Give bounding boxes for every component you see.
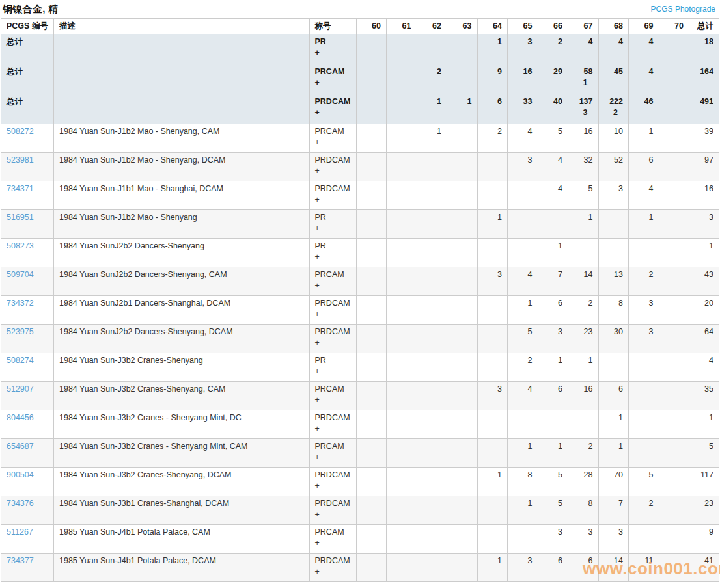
grade-63-count <box>447 153 478 181</box>
grade-66-count: 3 <box>538 325 568 353</box>
grade-64-count: 3 <box>477 267 508 296</box>
grade-67-count: 16 <box>568 382 599 410</box>
pcgs-number-cell: 523975 <box>1 325 54 353</box>
grade-62-count: 2 <box>417 64 447 94</box>
grade-60-count <box>356 239 387 267</box>
grade-61-count <box>387 296 417 325</box>
grade-63-count: 1 <box>447 94 478 124</box>
grade-65-count: 1 <box>508 496 538 525</box>
pcgs-number-link[interactable]: 523975 <box>7 327 34 336</box>
designation-cell: PRDCAM+ <box>309 181 356 210</box>
pcgs-number-link[interactable]: 509704 <box>7 270 34 279</box>
pcgs-number-link[interactable]: 511267 <box>7 528 33 537</box>
coin-description <box>54 64 310 94</box>
grade-70-count <box>659 353 689 382</box>
designation-cell: PRDCAM+ <box>309 325 356 353</box>
pcgs-number-link[interactable]: 516951 <box>7 213 34 222</box>
grade-67-count: 6 <box>568 554 599 582</box>
grade-66-count: 40 <box>538 94 568 124</box>
grade-63-count <box>447 239 478 267</box>
grade-70-count <box>659 554 689 582</box>
grade-68-count: 52 <box>598 153 629 181</box>
grade-69-count: 46 <box>629 94 659 124</box>
grade-69-count: 6 <box>629 153 659 181</box>
grade-66-count: 4 <box>538 181 568 210</box>
grade-64-count: 6 <box>477 94 508 124</box>
grade-63-count <box>447 325 478 353</box>
grade-68-count: 6 <box>598 382 629 410</box>
coin-description: 1984 Yuan Sun-J1b2 Mao - Shenyang, CAM <box>54 124 310 153</box>
pcgs-number-link[interactable]: 508273 <box>7 241 34 250</box>
grade-66-count: 7 <box>538 267 568 296</box>
grade-67-count: 28 <box>568 468 599 496</box>
row-total: 39 <box>689 124 719 153</box>
grade-65-count: 8 <box>508 468 538 496</box>
col-header-grade-62: 62 <box>417 19 447 34</box>
col-header-grade-68: 68 <box>598 19 629 34</box>
designation-cell: PR+ <box>309 34 356 64</box>
grade-66-count: 6 <box>538 296 568 325</box>
grade-66-count: 5 <box>538 496 568 525</box>
pcgs-number-link[interactable]: 734372 <box>7 299 34 308</box>
row-total: 5 <box>689 439 719 468</box>
coin-description: 1984 Yuan Sun-J3b1 Cranes-Shanghai, DCAM <box>54 496 310 525</box>
grade-61-count <box>387 153 417 181</box>
grade-69-count <box>629 410 659 439</box>
grade-60-count <box>356 267 387 296</box>
pcgs-number-link[interactable]: 508274 <box>7 356 34 365</box>
pcgs-number-link[interactable]: 734371 <box>7 184 34 193</box>
coin-description <box>54 34 310 64</box>
grade-67-count: 1 <box>568 353 599 382</box>
topbar: 铜镍合金, 精 PCGS Photograde <box>0 0 720 18</box>
pcgs-number-link[interactable]: 900504 <box>7 470 34 479</box>
grade-68-count: 14 <box>598 554 629 582</box>
row-total: 117 <box>689 468 719 496</box>
grade-63-count <box>447 382 478 410</box>
col-header-grade-67: 67 <box>568 19 599 34</box>
table-header-row: PCGS 编号 描述 称号 60 61 62 63 64 65 66 67 68… <box>1 19 719 34</box>
col-header-grade-60: 60 <box>356 19 387 34</box>
coin-description: 1985 Yuan Sun-J4b1 Potala Palace, CAM <box>54 525 310 554</box>
pcgs-number-cell: 511267 <box>1 525 54 554</box>
grade-63-count <box>447 439 478 468</box>
row-total: 4 <box>689 353 719 382</box>
grade-70-count <box>659 525 689 554</box>
grade-63-count <box>447 410 478 439</box>
designation-cell: PRCAM+ <box>309 124 356 153</box>
row-total: 3 <box>689 210 719 239</box>
pcgs-number-link[interactable]: 654687 <box>7 442 34 451</box>
grade-69-count: 1 <box>629 124 659 153</box>
pcgs-photograde-link[interactable]: PCGS Photograde <box>651 5 715 14</box>
coin-description: 1984 Yuan SunJ2b1 Dancers-Shanghai, DCAM <box>54 296 310 325</box>
pcgs-number-link[interactable]: 734376 <box>7 499 34 508</box>
grade-61-count <box>387 439 417 468</box>
totals-row: 总计PRCAM+291629581454164 <box>1 64 719 94</box>
grade-62-count <box>417 296 447 325</box>
pcgs-number-link[interactable]: 734377 <box>7 556 34 565</box>
grade-70-count <box>659 34 689 64</box>
grade-68-count: 7 <box>598 496 629 525</box>
grade-66-count: 6 <box>538 382 568 410</box>
coin-description: 1984 Yuan Sun-J1b2 Mao - Shenyang, DCAM <box>54 153 310 181</box>
designation-cell: PRCAM+ <box>309 525 356 554</box>
pcgs-number-cell: 654687 <box>1 439 54 468</box>
row-total: 164 <box>689 64 719 94</box>
grade-70-count <box>659 153 689 181</box>
grade-69-count: 2 <box>629 267 659 296</box>
pcgs-number-link[interactable]: 804456 <box>7 413 34 422</box>
pcgs-number-cell: 804456 <box>1 410 54 439</box>
pcgs-number-link[interactable]: 508272 <box>7 127 34 136</box>
grade-67-count: 4 <box>568 34 599 64</box>
grade-64-count <box>477 525 508 554</box>
grade-67-count: 3 <box>568 525 599 554</box>
pcgs-number-link[interactable]: 523981 <box>7 155 34 165</box>
table-row: 7343761984 Yuan Sun-J3b1 Cranes-Shanghai… <box>1 496 719 525</box>
grade-62-count: 1 <box>417 94 447 124</box>
pcgs-number-link[interactable]: 512907 <box>7 384 34 394</box>
grade-68-count: 4 <box>598 34 629 64</box>
col-header-grade-69: 69 <box>629 19 659 34</box>
grade-63-count <box>447 181 478 210</box>
grade-61-count <box>387 64 417 94</box>
designation-cell: PR+ <box>309 210 356 239</box>
grade-61-count <box>387 210 417 239</box>
